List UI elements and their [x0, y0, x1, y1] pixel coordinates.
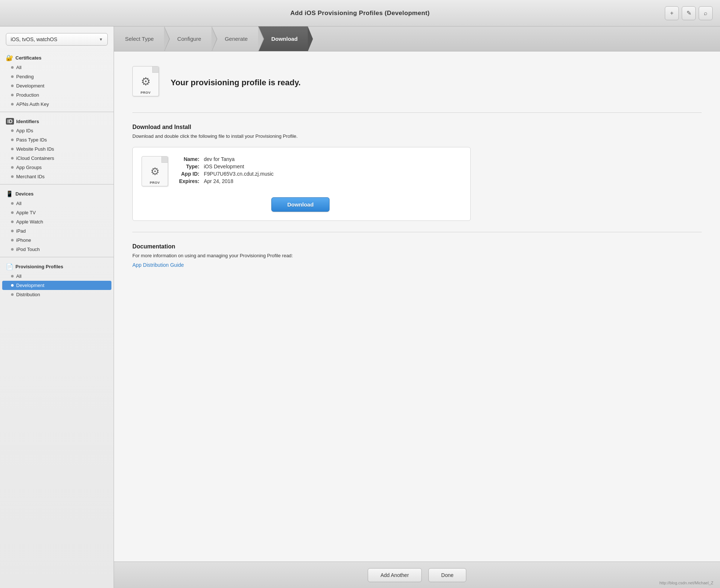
sidebar-item-apple-watch[interactable]: Apple Watch — [0, 217, 114, 226]
profile-expires-value: Apr 24, 2018 — [204, 178, 274, 184]
sidebar-item-provisioning-all[interactable]: All — [0, 272, 114, 281]
sidebar-item-provisioning-development[interactable]: Development — [2, 281, 111, 290]
sidebar-item-app-groups[interactable]: App Groups — [0, 163, 114, 172]
platform-label: iOS, tvOS, watchOS — [11, 36, 57, 42]
sidebar-item-provisioning-distribution[interactable]: Distribution — [0, 290, 114, 299]
certificates-label: Certificates — [15, 55, 42, 61]
sidebar-item-icloud-containers[interactable]: iCloud Containers — [0, 154, 114, 163]
prov-paper: ⚙ PROV — [132, 66, 159, 96]
gear-icon: ⚙ — [150, 165, 160, 178]
section-divider — [132, 112, 702, 113]
profile-prov-label: PROV — [142, 181, 168, 184]
sidebar-divider — [0, 184, 114, 184]
sidebar-section-identifiers: ID Identifiers App IDs Pass Type IDs Web… — [0, 114, 114, 183]
dot-icon — [11, 66, 14, 69]
dot-icon — [11, 220, 14, 223]
dot-icon — [11, 166, 14, 169]
prov-icon-ready: ⚙ PROV — [132, 66, 162, 99]
dot-icon — [11, 248, 14, 251]
sidebar-item-certificates-apns[interactable]: APNs Auth Key — [0, 100, 114, 109]
dot-icon — [11, 148, 14, 150]
provisioning-label: Provisioning Profiles — [15, 264, 63, 269]
sidebar-section-provisioning: 📄 Provisioning Profiles All Development … — [0, 259, 114, 301]
provisioning-header: 📄 Provisioning Profiles — [0, 261, 114, 272]
download-install-title: Download and Install — [132, 124, 702, 130]
ready-title: Your provisioning profile is ready. — [171, 78, 301, 87]
search-button[interactable]: ⌕ — [699, 6, 713, 20]
dot-icon — [11, 75, 14, 78]
sidebar-item-ipod-touch[interactable]: iPod Touch — [0, 245, 114, 254]
devices-header: 📱 Devices — [0, 188, 114, 199]
dot-icon — [11, 103, 14, 105]
sidebar-item-website-push-ids[interactable]: Website Push IDs — [0, 144, 114, 154]
sidebar-item-pass-type-ids[interactable]: Pass Type IDs — [0, 135, 114, 144]
add-another-button[interactable]: Add Another — [368, 568, 422, 582]
dot-icon — [11, 211, 14, 214]
dot-icon — [11, 293, 14, 296]
step-download[interactable]: Download — [258, 26, 308, 51]
download-install-desc: Download and double click the following … — [132, 133, 702, 139]
dot-icon — [11, 129, 14, 132]
profile-type-value: iOS Development — [204, 164, 274, 169]
dot-icon — [11, 139, 14, 141]
profile-card-download: Download — [142, 197, 459, 212]
dot-icon — [11, 157, 14, 159]
title-bar-actions: + ✎ ⌕ — [665, 6, 713, 20]
sidebar-section-devices: 📱 Devices All Apple TV Apple Watch iPad — [0, 186, 114, 255]
step-select-type[interactable]: Select Type — [114, 26, 164, 51]
sidebar-item-devices-all[interactable]: All — [0, 199, 114, 208]
prov-icon-label: PROV — [133, 91, 158, 94]
watermark: http://blog.csdn.net/Michael_Z — [659, 581, 713, 585]
doc-link[interactable]: App Distribution Guide — [132, 262, 184, 268]
dot-icon — [11, 239, 14, 241]
main-layout: iOS, tvOS, watchOS ▼ 🔐 Certificates All … — [0, 26, 720, 588]
profile-card: ⚙ PROV Name: dev for Tanya Type: iOS Dev… — [132, 147, 471, 221]
profile-prov-icon: ⚙ PROV — [142, 156, 170, 188]
identifiers-header: ID Identifiers — [0, 116, 114, 126]
identifiers-label: Identifiers — [16, 119, 39, 124]
sidebar-item-certificates-pending[interactable]: Pending — [0, 72, 114, 81]
step-arrow — [211, 26, 217, 51]
bottom-bar: Add Another Done http://blog.csdn.net/Mi… — [114, 562, 720, 588]
dot-icon — [11, 85, 14, 87]
step-configure[interactable]: Configure — [164, 26, 211, 51]
profile-name-label: Name: — [179, 156, 199, 162]
content-area: Select Type Configure Generate Download — [114, 26, 720, 588]
edit-button[interactable]: ✎ — [682, 6, 696, 20]
download-install-section: Download and Install Download and double… — [132, 124, 702, 221]
page-title: Add iOS Provisioning Profiles (Developme… — [290, 10, 429, 17]
certificates-header: 🔐 Certificates — [0, 52, 114, 63]
platform-dropdown[interactable]: iOS, tvOS, watchOS ▼ — [6, 33, 108, 46]
done-button[interactable]: Done — [428, 568, 466, 582]
sidebar-item-iphone[interactable]: iPhone — [0, 236, 114, 245]
content-scroll: ⚙ PROV Your provisioning profile is read… — [114, 51, 720, 562]
section-divider-doc — [132, 232, 702, 232]
add-button[interactable]: + — [665, 6, 679, 20]
ready-section: ⚙ PROV Your provisioning profile is read… — [132, 66, 702, 99]
devices-label: Devices — [15, 191, 33, 197]
chevron-down-icon: ▼ — [99, 37, 103, 42]
sidebar-item-ipad[interactable]: iPad — [0, 226, 114, 236]
profile-appid-label: App ID: — [179, 171, 199, 177]
sidebar-item-certificates-development[interactable]: Development — [0, 81, 114, 90]
profile-type-label: Type: — [179, 164, 199, 169]
documentation-section: Documentation For more information on us… — [132, 243, 702, 268]
profile-card-top: ⚙ PROV Name: dev for Tanya Type: iOS Dev… — [142, 156, 459, 188]
dot-icon — [11, 175, 14, 178]
profile-details: Name: dev for Tanya Type: iOS Developmen… — [179, 156, 274, 184]
dot-icon — [11, 275, 14, 277]
doc-desc: For more information on using and managi… — [132, 253, 702, 258]
sidebar-item-apple-tv[interactable]: Apple TV — [0, 208, 114, 217]
profile-prov-paper: ⚙ PROV — [142, 156, 168, 186]
sidebar-item-app-ids[interactable]: App IDs — [0, 126, 114, 135]
profile-expires-label: Expires: — [179, 178, 199, 184]
sidebar-item-merchant-ids[interactable]: Merchant IDs — [0, 172, 114, 181]
dot-icon — [11, 202, 14, 205]
dot-icon — [11, 230, 14, 232]
sidebar-item-certificates-all[interactable]: All — [0, 63, 114, 72]
sidebar-item-certificates-production[interactable]: Production — [0, 90, 114, 100]
download-button[interactable]: Download — [271, 197, 329, 212]
profile-name-value: dev for Tanya — [204, 156, 274, 162]
step-generate[interactable]: Generate — [211, 26, 258, 51]
step-arrow — [164, 26, 169, 51]
